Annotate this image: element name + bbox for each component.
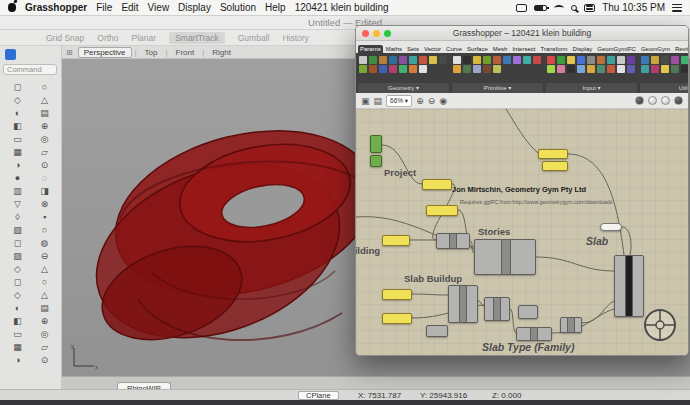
tool-icon[interactable]: ◎ (32, 133, 57, 145)
slider-node[interactable] (370, 135, 382, 153)
gh-canvas[interactable]: Project Jon Mirtschin, Geometry Gym Pty … (356, 109, 688, 355)
minimize-button[interactable] (373, 30, 380, 37)
gh-menu-tab-intersect[interactable]: Intersect (510, 45, 537, 53)
gh-menu-tab-display[interactable]: Display (571, 45, 595, 53)
component-icon[interactable] (617, 65, 625, 73)
component-icon[interactable] (661, 56, 669, 64)
bake-button[interactable] (674, 96, 683, 105)
menubar-app-name[interactable]: Grasshopper (25, 2, 87, 13)
component-icon[interactable] (399, 56, 407, 64)
tool-icon[interactable]: ▽ (5, 198, 30, 210)
component-icon[interactable] (439, 56, 447, 64)
component-icon[interactable] (557, 65, 565, 73)
component-icon[interactable] (419, 56, 427, 64)
tool-icon[interactable]: ⊕ (32, 120, 57, 132)
component-icon[interactable] (577, 56, 585, 64)
gh-menu-tab-geomgym[interactable]: GeomGym (639, 45, 672, 53)
zoom-button[interactable] (384, 30, 391, 37)
tool-icon[interactable]: ◇ (5, 263, 30, 275)
tool-icon[interactable]: ⊙ (32, 159, 57, 171)
tool-icon[interactable]: ◧ (5, 120, 30, 132)
panel-node[interactable] (422, 179, 452, 190)
component-node[interactable] (436, 233, 470, 249)
component-icon[interactable] (547, 56, 555, 64)
component-icon[interactable] (493, 56, 501, 64)
tool-icon[interactable]: ● (5, 172, 30, 184)
tool-icon[interactable]: ◐ (5, 302, 30, 314)
component-icon[interactable] (419, 65, 427, 73)
panel-node[interactable] (382, 235, 410, 246)
component-icon[interactable] (409, 56, 417, 64)
tool-icon[interactable]: ◻ (5, 81, 30, 93)
tool-icon[interactable]: ◐ (5, 107, 30, 119)
tool-icon[interactable]: ◊ (5, 211, 30, 223)
gh-menu-tab-sets[interactable]: Sets (405, 45, 421, 53)
gh-menu-tab-maths[interactable]: Maths (384, 45, 404, 53)
tool-icon[interactable]: ◨ (32, 185, 57, 197)
zoom-in-icon[interactable]: ⊕ (416, 94, 424, 108)
tool-icon[interactable]: ⊖ (32, 250, 57, 262)
component-icon[interactable] (587, 56, 595, 64)
palette-group-label[interactable]: Util ▾ (640, 83, 689, 93)
menubar-clock[interactable]: Thu 10:35 PM (602, 2, 665, 13)
cplane-button[interactable]: CPlane (298, 391, 339, 400)
component-icon[interactable] (641, 65, 649, 73)
component-icon[interactable] (379, 65, 387, 73)
mode-toggle-grid-snap[interactable]: Grid Snap (46, 33, 84, 43)
mode-toggle-gumball[interactable]: Gumball (238, 33, 270, 43)
component-icon[interactable] (607, 65, 615, 73)
component-icon[interactable] (453, 56, 461, 64)
component-icon[interactable] (681, 65, 689, 73)
component-icon[interactable] (359, 65, 367, 73)
tool-icon[interactable]: ▦ (5, 146, 30, 158)
component-icon[interactable] (463, 56, 471, 64)
slab-component[interactable] (614, 255, 644, 317)
component-icon[interactable] (473, 56, 481, 64)
component-node[interactable] (426, 325, 448, 337)
palette-group-label[interactable]: Geometry ▾ (358, 83, 449, 93)
component-node[interactable] (448, 285, 478, 323)
viewport-tab-top[interactable]: Top (140, 48, 163, 57)
gh-menu-tab-curve[interactable]: Curve (444, 45, 464, 53)
gh-menu-tab-vector[interactable]: Vector (422, 45, 443, 53)
palette-group-label[interactable]: Input ▾ (546, 83, 637, 93)
tool-icon[interactable]: ◑ (5, 159, 30, 171)
value-capsule-node[interactable] (600, 223, 622, 231)
tool-icon[interactable]: ⊗ (32, 198, 57, 210)
open-icon[interactable]: ▤ (374, 94, 383, 108)
component-icon[interactable] (533, 56, 541, 64)
component-icon[interactable] (399, 65, 407, 73)
gh-menu-tab-geomgymifc[interactable]: GeomGymIFC (595, 45, 638, 53)
tool-icon[interactable]: ○ (32, 276, 57, 288)
menubar-item[interactable]: Help (265, 2, 286, 13)
tool-icon[interactable]: ◻ (5, 276, 30, 288)
component-icon[interactable] (567, 56, 575, 64)
menubar-item[interactable]: Edit (121, 2, 138, 13)
component-icon[interactable] (671, 56, 679, 64)
mode-toggle-smarttrack[interactable]: SmartTrack (169, 32, 225, 44)
control-center-icon[interactable] (584, 4, 595, 12)
component-icon[interactable] (557, 56, 565, 64)
tool-icon[interactable]: ◑ (5, 354, 30, 366)
component-icon[interactable] (671, 65, 679, 73)
component-icon[interactable] (463, 65, 471, 73)
tool-icon[interactable]: ◎ (32, 328, 57, 340)
panel-node[interactable] (426, 205, 458, 216)
component-icon[interactable] (651, 56, 659, 64)
component-icon[interactable] (607, 56, 615, 64)
canvas-compass-widget[interactable] (642, 307, 678, 343)
display-mode-button[interactable] (648, 96, 657, 105)
component-icon[interactable] (409, 65, 417, 73)
tool-icon[interactable]: ▱ (32, 341, 57, 353)
tool-icon[interactable]: ▧ (5, 224, 30, 236)
component-icon[interactable] (389, 56, 397, 64)
component-icon[interactable] (369, 56, 377, 64)
component-icon[interactable] (587, 65, 595, 73)
tool-icon[interactable]: △ (32, 263, 57, 275)
tool-icon[interactable]: ▪ (32, 211, 57, 223)
component-icon[interactable] (617, 56, 625, 64)
gh-menu-tab-params[interactable]: Params (358, 45, 383, 53)
mode-toggle-planar[interactable]: Planar (132, 33, 157, 43)
zoom-out-icon[interactable]: ⊖ (428, 94, 436, 108)
apple-menu-icon[interactable] (8, 3, 16, 12)
